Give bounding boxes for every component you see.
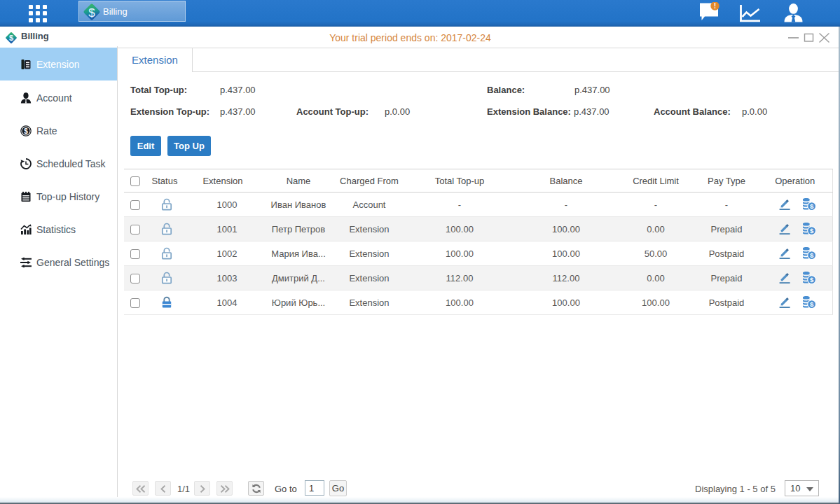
svg-text:$: $ bbox=[810, 251, 814, 259]
svg-text:$: $ bbox=[810, 227, 814, 234]
svg-text:$: $ bbox=[810, 202, 814, 210]
svg-text:$: $ bbox=[88, 6, 95, 20]
svg-text:!: ! bbox=[714, 2, 716, 10]
svg-text:$: $ bbox=[810, 300, 814, 308]
svg-text:$: $ bbox=[24, 127, 28, 134]
svg-text:$: $ bbox=[810, 276, 814, 284]
